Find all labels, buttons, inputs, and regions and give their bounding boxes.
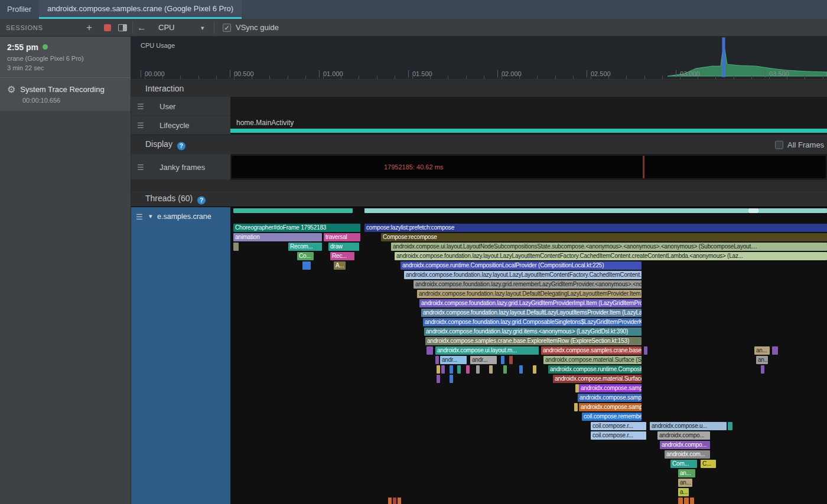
flame-bar[interactable]: an... — [678, 479, 692, 487]
user-track-label[interactable]: ☰ User — [131, 97, 230, 116]
flame-bar[interactable]: androidx.compose.ui.layout.m... — [435, 346, 539, 355]
thread-label-selected[interactable]: ☰ ▾ e.samples.crane — [131, 207, 230, 504]
flame-bar[interactable]: Choreographer#doFrame 17952183 — [233, 224, 360, 232]
profiler-type-dropdown[interactable]: CPU — [158, 19, 174, 37]
lifecycle-track-area[interactable]: home.MainActivity — [230, 116, 827, 135]
flame-bar-sliver[interactable] — [466, 365, 470, 374]
flame-bar-sliver[interactable] — [398, 498, 401, 504]
flame-bar-sliver[interactable] — [509, 356, 513, 364]
flame-bar[interactable]: androidx.compose.material.Surface.<anony… — [553, 375, 642, 383]
flame-bar[interactable]: andr... — [470, 356, 497, 364]
flame-bar[interactable]: animation — [233, 233, 322, 241]
flame-bar-sliver[interactable] — [426, 346, 433, 355]
flame-bar[interactable]: androidx.com... — [665, 450, 710, 459]
help-icon[interactable]: ? — [197, 196, 206, 204]
flame-bar-sliver[interactable] — [435, 356, 439, 364]
flame-bar-sliver[interactable] — [690, 498, 694, 504]
session-tab[interactable]: androidx.compose.samples.crane (Google P… — [39, 0, 242, 19]
drag-handle-icon[interactable]: ☰ — [137, 162, 144, 171]
flame-bar-sliver[interactable] — [450, 375, 453, 383]
flame-bar-sliver[interactable] — [476, 365, 480, 374]
flame-bar-sliver[interactable] — [501, 356, 504, 364]
flame-bar-sliver[interactable] — [388, 498, 392, 504]
flame-bar-sliver[interactable] — [393, 498, 396, 504]
flame-bar[interactable]: androidx.compose.runtime.CompositionLoca… — [401, 261, 642, 270]
drag-handle-icon[interactable]: ☰ — [136, 212, 143, 221]
flame-bar[interactable]: androidx.compose.samples.crane.base.Expl… — [541, 346, 642, 355]
flame-bar[interactable]: an... — [754, 346, 770, 355]
flame-bar-sliver[interactable] — [489, 365, 493, 374]
flame-bar[interactable]: androidx.compose.runtime.CompositionLoca… — [548, 365, 642, 374]
chevron-down-icon[interactable]: ▾ — [201, 19, 204, 37]
flame-bar-sliver[interactable] — [437, 375, 440, 383]
drag-handle-icon[interactable]: ☰ — [137, 120, 144, 129]
flame-bar[interactable]: traversal — [324, 233, 360, 241]
flame-bar[interactable]: draw — [328, 243, 359, 251]
flame-bar[interactable]: androidx.compose.material.Surface (Surfa… — [543, 356, 642, 364]
janky-frame-bar[interactable]: 17952185: 40.62 ms — [232, 156, 826, 178]
flame-bar-sliver[interactable] — [684, 498, 689, 504]
flame-bar[interactable]: androidx.compose.samples.crane.base.Expl… — [579, 403, 642, 411]
flame-bar[interactable]: andr... — [440, 356, 467, 364]
user-track-area[interactable] — [230, 97, 827, 116]
flame-bar-sliver[interactable] — [574, 403, 578, 411]
help-icon[interactable]: ? — [177, 142, 185, 150]
back-arrow-icon[interactable]: ← — [137, 19, 146, 37]
flame-bar-sliver[interactable] — [441, 365, 445, 374]
vsync-guide-checkbox[interactable]: ✓ — [223, 24, 231, 32]
janky-track-area[interactable]: 17952185: 40.62 ms — [230, 154, 827, 180]
janky-track-label[interactable]: ☰ Janky frames — [131, 154, 230, 180]
flame-bar[interactable]: C... — [701, 460, 716, 468]
flame-bar-sliver[interactable] — [457, 365, 461, 374]
flame-bar[interactable]: androidx.compose.foundation.lazy.layout.… — [404, 271, 642, 279]
flame-bar-sliver[interactable] — [233, 208, 353, 213]
flame-bar-sliver[interactable] — [644, 346, 647, 355]
flame-bar-sliver[interactable] — [728, 422, 732, 430]
cpu-usage-strip[interactable]: CPU Usage 00.00000.50001.00001.50002.000… — [131, 37, 827, 80]
stop-recording-icon[interactable] — [104, 24, 111, 31]
flame-bar-sliver[interactable] — [758, 208, 827, 213]
flame-bar-sliver[interactable] — [437, 365, 440, 374]
flame-bar-sliver[interactable] — [233, 243, 239, 251]
thread-expand-icon[interactable]: ▾ — [149, 212, 152, 220]
drag-handle-icon[interactable]: ☰ — [137, 102, 144, 110]
flame-bar[interactable]: coil.compose.r... — [591, 422, 646, 430]
flame-bar[interactable]: A... — [334, 261, 346, 270]
flame-bar[interactable]: androidx.compose.samples.crane.base.Expl… — [579, 384, 642, 392]
all-frames-checkbox[interactable] — [775, 141, 783, 149]
flame-bar-sliver[interactable] — [678, 498, 683, 504]
flame-bar-sliver[interactable] — [772, 346, 778, 355]
add-session-icon[interactable]: + — [86, 19, 92, 37]
flame-bar-sliver[interactable] — [364, 208, 748, 213]
collapse-panel-icon[interactable] — [118, 24, 127, 31]
janky-frame-marker[interactable] — [643, 156, 644, 178]
flame-bar[interactable]: Recom... — [288, 243, 322, 251]
flame-chart[interactable]: Choreographer#doFrame 17952183compose:la… — [230, 208, 827, 504]
flame-bar[interactable]: coil.compose.r... — [591, 431, 646, 440]
flame-bar-sliver[interactable] — [761, 365, 764, 374]
flame-bar-sliver[interactable] — [533, 365, 536, 374]
flame-bar[interactable]: an... — [756, 356, 768, 364]
flame-bar[interactable]: androidx.compose.u... — [650, 422, 727, 430]
flame-bar[interactable]: a... — [678, 488, 689, 496]
session-entry[interactable]: 2:55 pm crane (Google Pixel 6 Pro) 3 min… — [0, 37, 131, 77]
flame-bar-sliver[interactable] — [748, 208, 758, 213]
flame-bar[interactable]: Co... — [297, 252, 314, 260]
flame-bar[interactable]: an... — [678, 469, 695, 477]
flame-bar[interactable]: Rec... — [330, 252, 354, 260]
flame-bar[interactable]: compose:lazylist:prefetch:compose — [364, 224, 827, 232]
flame-bar[interactable]: androidx.compose.foundation.lazy.layout.… — [395, 252, 827, 260]
flame-bar[interactable]: Compose:recompose — [381, 233, 827, 241]
flame-bar[interactable]: coil.compose.rememberAsyncImagePainter (… — [582, 413, 642, 421]
flame-bar[interactable]: androidx.compose.ui.layout.LayoutNodeSub… — [391, 243, 827, 251]
flame-bar-sliver[interactable] — [450, 365, 453, 374]
lifecycle-event-bar[interactable] — [230, 129, 827, 133]
flame-bar[interactable]: Com... — [670, 460, 697, 468]
flame-bar[interactable]: androidx.compose.foundation.lazy.grid.it… — [424, 328, 642, 336]
flame-bar[interactable]: androidx.compose.foundation.lazy.layout.… — [421, 309, 642, 317]
flame-bar-sliver[interactable] — [302, 261, 311, 270]
flame-bar[interactable]: androidx.compo... — [657, 431, 710, 440]
flame-bar[interactable]: androidx.compose.foundation.lazy.layout.… — [417, 290, 642, 298]
flame-bar[interactable]: androidx.compose.foundation.lazy.grid.La… — [419, 299, 642, 307]
recording-entry[interactable]: ⚙ System Trace Recording 00:00:10.656 — [0, 77, 131, 111]
